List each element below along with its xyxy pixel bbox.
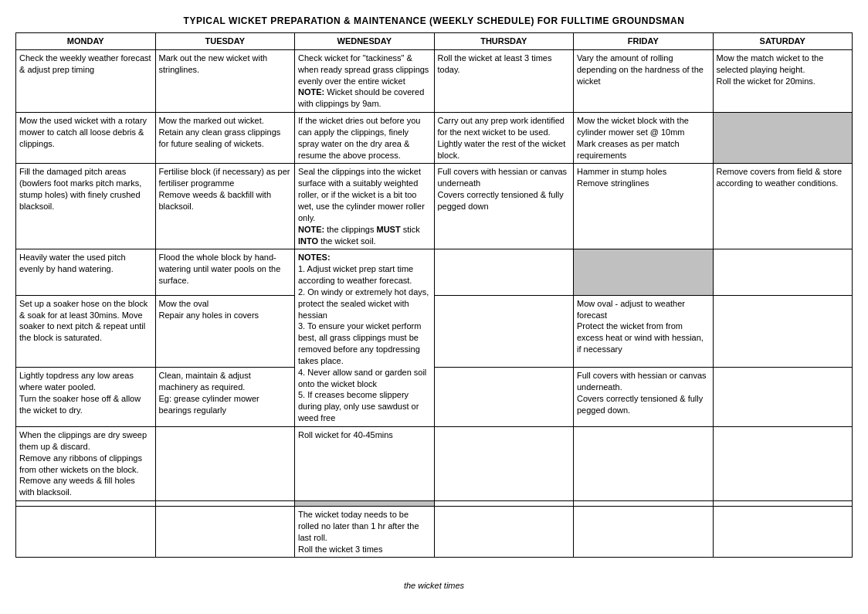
- wed-notes-cell: NOTES: 1. Adjust wicket prep start time …: [295, 249, 435, 427]
- wed-notes-header: NOTES:: [298, 252, 431, 263]
- sat-cell-4: [713, 249, 853, 295]
- fri-cell-2: Mow the wicket block with the cylinder m…: [574, 113, 714, 164]
- thu-cell-4: [434, 249, 574, 295]
- sat-cell-2: [713, 113, 853, 164]
- tue-cell-8: [155, 501, 295, 507]
- tue-cell-1: Mark out the new wicket with stringlines…: [155, 49, 295, 112]
- thu-cell-5: [434, 295, 574, 368]
- fri-cell-6: Full covers with hessian or canvas under…: [574, 368, 714, 427]
- fri-cell-9: [574, 507, 714, 558]
- wed-cell-3: Seal the clippings into the wicket surfa…: [295, 164, 435, 249]
- wed-gray-cell: [295, 501, 435, 507]
- mon-cell-7: When the clippings are dry sweep them up…: [16, 427, 156, 501]
- mon-cell-4: Heavily water the used pitch evenly by h…: [16, 249, 156, 295]
- fri-cell-8: [574, 501, 714, 507]
- wed-note-1: 1. Adjust wicket prep start time accordi…: [298, 263, 431, 287]
- page-title: TYPICAL WICKET PREPARATION & MAINTENANCE…: [15, 15, 853, 26]
- tue-cell-6: Clean, maintain & adjust machinery as re…: [155, 368, 295, 427]
- wed-roll-cell: Roll wicket for 40-45mins: [295, 427, 435, 501]
- thu-cell-2: Carry out any prep work identified for t…: [434, 113, 574, 164]
- mon-cell-8: [16, 501, 156, 507]
- fri-cell-3: Hammer in stump holesRemove stringlines: [574, 164, 714, 249]
- tue-cell-4: Flood the whole block by hand-watering u…: [155, 249, 295, 295]
- header-tuesday: TUESDAY: [155, 33, 295, 50]
- thu-cell-8: [434, 501, 574, 507]
- fri-cell-4: [574, 249, 714, 295]
- sat-cell-5: [713, 295, 853, 368]
- sat-cell-9: [713, 507, 853, 558]
- wed-cell-1: Check wicket for "tackiness" & when read…: [295, 49, 435, 112]
- tue-cell-5: Mow the ovalRepair any holes in covers: [155, 295, 295, 368]
- wed-last-roll-cell: The wicket today needs to be rolled no l…: [295, 507, 435, 558]
- mon-cell-2: Mow the used wicket with a rotary mower …: [16, 113, 156, 164]
- sat-cell-1: Mow the match wicket to the selected pla…: [713, 49, 853, 112]
- wed-note-4: 4. Never allow sand or garden soil onto …: [298, 367, 431, 390]
- wed-note-2: 2. On windy or extremely hot days, prote…: [298, 287, 431, 321]
- header-saturday: SATURDAY: [713, 33, 853, 50]
- tue-cell-2: Mow the marked out wicket.Retain any cle…: [155, 113, 295, 164]
- mon-cell-6: Lightly topdress any low areas where wat…: [16, 368, 156, 427]
- tue-cell-3: Fertilise block (if necessary) as per fe…: [155, 164, 295, 249]
- wed-cell-2: If the wicket dries out before you can a…: [295, 113, 435, 164]
- sat-cell-6: [713, 368, 853, 427]
- thu-cell-3: Full covers with hessian or canvas under…: [434, 164, 574, 249]
- thu-cell-1: Roll the wicket at least 3 times today.: [434, 49, 574, 112]
- tue-cell-9: [155, 507, 295, 558]
- mon-cell-1: Check the weekly weather forecast & adju…: [16, 49, 156, 112]
- wed-note-3: 3. To ensure your wicket perform best, a…: [298, 321, 431, 366]
- header-friday: FRIDAY: [574, 33, 714, 50]
- footer: the wicket times: [15, 581, 853, 590]
- wed-note-5: 5. If creases become slippery during pla…: [298, 389, 431, 424]
- sat-cell-3: Remove covers from field & store accordi…: [713, 164, 853, 249]
- tue-cell-7: [155, 427, 295, 501]
- thu-cell-6: [434, 368, 574, 427]
- fri-cell-1: Vary the amount of rolling depending on …: [574, 49, 714, 112]
- sat-cell-7: [713, 427, 853, 501]
- mon-cell-3: Fill the damaged pitch areas (bowlers fo…: [16, 164, 156, 249]
- sat-cell-8: [713, 501, 853, 507]
- mon-cell-9: [16, 507, 156, 558]
- fri-cell-5: Mow oval - adjust to weather forecastPro…: [574, 295, 714, 368]
- thu-cell-9: [434, 507, 574, 558]
- fri-cell-7: [574, 427, 714, 501]
- header-thursday: THURSDAY: [434, 33, 574, 50]
- mon-cell-5: Set up a soaker hose on the block & soak…: [16, 295, 156, 368]
- header-wednesday: WEDNESDAY: [295, 33, 435, 50]
- header-monday: MONDAY: [16, 33, 156, 50]
- thu-cell-7: [434, 427, 574, 501]
